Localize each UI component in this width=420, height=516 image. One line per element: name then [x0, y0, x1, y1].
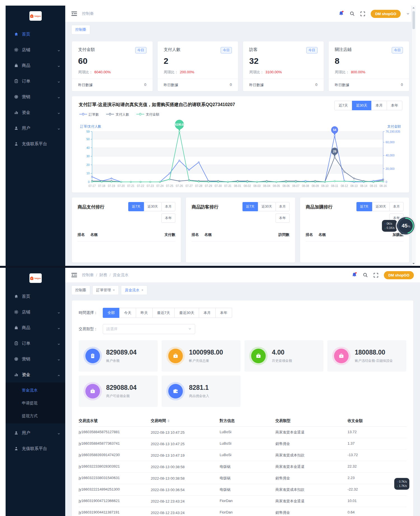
- time-filter-button[interactable]: 本月: [199, 308, 216, 318]
- svg-text:08-13: 08-13: [351, 184, 358, 187]
- sort-icon[interactable]: [167, 419, 170, 422]
- sidebar-item[interactable]: 商品: [6, 59, 65, 72]
- svg-text:07-31: 07-31: [224, 184, 232, 187]
- case-icon: [85, 384, 100, 398]
- search-icon[interactable]: [350, 11, 355, 16]
- column-header[interactable]: 交易時間: [151, 415, 220, 426]
- sidebar-item[interactable]: 用户: [6, 122, 65, 134]
- sidebar-item[interactable]: 充值联系平台: [6, 138, 65, 150]
- summary-card-label: 帐户充值总量: [189, 358, 223, 363]
- network-speed-pill[interactable]: ↑ 0K/s ↓ 0.1K/s: [382, 220, 397, 232]
- legend-item[interactable]: 訂單數: [79, 112, 99, 117]
- footer-value: 0: [401, 83, 403, 88]
- summary-card: 180088.00账户冻结金额-店鋪保證金: [327, 340, 406, 372]
- legend-label: 支付金額: [146, 112, 159, 117]
- notifications-bell-icon[interactable]: [339, 11, 344, 17]
- network-monitor-widget[interactable]: ↑ 0.7K/s ↓ 1.7K/s: [394, 478, 409, 490]
- sidebar-item[interactable]: 店铺: [6, 44, 65, 56]
- time-filter-button[interactable]: 本年: [215, 308, 232, 318]
- sidebar-item[interactable]: 订单: [6, 337, 65, 350]
- time-filter-button[interactable]: 最近7天: [152, 308, 175, 318]
- sidebar-item[interactable]: 用户: [6, 427, 65, 439]
- range-button[interactable]: 本月: [371, 101, 387, 110]
- range-button[interactable]: 近30天: [352, 101, 372, 110]
- time-filter-button[interactable]: 昨天: [136, 308, 153, 318]
- range-button[interactable]: 本月: [161, 202, 175, 211]
- legend-marker-icon: [79, 112, 87, 117]
- sidebar-toggle-icon[interactable]: [71, 273, 77, 277]
- search-icon[interactable]: [363, 273, 368, 278]
- scrollbar-thumb[interactable]: [412, 11, 415, 29]
- column-header-label: 交易類型: [276, 419, 291, 423]
- sidebar-item[interactable]: 资金: [6, 369, 65, 381]
- fullscreen-icon[interactable]: [360, 11, 365, 16]
- stat-card-body: 訪客今日32周環比：3100.00%: [243, 41, 324, 79]
- chevron-down-icon: [57, 342, 60, 347]
- range-button[interactable]: 本月: [389, 202, 403, 211]
- range-button[interactable]: 近30天: [258, 202, 276, 211]
- cpu-gauge[interactable]: 45 %: [395, 215, 416, 236]
- logo-bag-icon: [30, 14, 34, 18]
- sidebar-item[interactable]: 订单: [6, 75, 65, 87]
- range-button[interactable]: 本年: [387, 101, 402, 110]
- sidebar-item[interactable]: 首页: [6, 28, 65, 40]
- time-filter-button[interactable]: 最近30天: [174, 308, 199, 318]
- time-filter-button[interactable]: 今天: [119, 308, 136, 318]
- main-area: 控制臺/財務/資金流水 DM shopGO 控制臺訂單管理×資金流水× 時間選擇…: [65, 266, 420, 516]
- tab-item[interactable]: 控制臺: [71, 285, 90, 295]
- stat-card-title: 支付人數: [164, 47, 181, 52]
- range-button[interactable]: 本月: [276, 202, 290, 211]
- sidebar-item-label: 充值联系平台: [22, 446, 47, 451]
- legend-item[interactable]: 支付人數: [106, 112, 129, 117]
- person-icon: [14, 446, 18, 451]
- tab-item[interactable]: 訂單管理×: [92, 285, 119, 295]
- submenu-item[interactable]: 提现方式: [6, 409, 65, 422]
- chevron-down-icon[interactable]: [406, 12, 410, 15]
- sidebar-item[interactable]: 首页: [6, 290, 65, 302]
- range-button[interactable]: 本年: [276, 214, 290, 223]
- scroll-down-icon[interactable]: [412, 263, 415, 264]
- stat-cards-row: 支付金額今日60周環比：6040.00%昨日數據0支付人數今日2周環比：200.…: [72, 41, 409, 91]
- close-icon[interactable]: ×: [113, 288, 115, 292]
- range-button[interactable]: 近7天: [356, 202, 372, 211]
- account-button[interactable]: DM shopGO: [384, 271, 414, 279]
- cell: 22.32: [347, 461, 407, 472]
- legend-item[interactable]: 支付金額: [136, 112, 159, 117]
- download-arrow-icon: ↓: [384, 226, 386, 229]
- time-filter-button[interactable]: 全部: [103, 308, 120, 318]
- sidebar-item[interactable]: 营销: [6, 91, 65, 103]
- app-logo: haigou: [29, 11, 42, 21]
- cell: -13.72: [347, 450, 407, 461]
- account-button[interactable]: DM shopGO: [371, 10, 401, 18]
- range-button[interactable]: 本年: [161, 214, 175, 223]
- cell: LuBoSi: [220, 427, 276, 438]
- range-button[interactable]: 近30天: [372, 202, 390, 211]
- tab-active[interactable]: 資金流水×: [121, 285, 147, 295]
- sidebar-item[interactable]: 充值联系平台: [6, 442, 65, 455]
- footer-value: 0: [230, 83, 232, 88]
- sidebar-item-label: 充值联系平台: [22, 141, 47, 147]
- svg-text:07-22: 07-22: [137, 184, 144, 187]
- sidebar-toggle-icon[interactable]: [71, 11, 77, 16]
- fullscreen-icon[interactable]: [374, 273, 378, 278]
- clipboard-icon: [14, 79, 18, 83]
- svg-text:59: 59: [86, 130, 90, 133]
- cell: 2022-08-13 10:47:25: [151, 438, 220, 449]
- range-button[interactable]: 近7天: [128, 202, 144, 211]
- sidebar-item[interactable]: 营销: [6, 353, 65, 365]
- network-speed-pill[interactable]: ↑ 0.7K/s ↓ 1.7K/s: [394, 478, 409, 490]
- submenu-item[interactable]: 资金流水: [6, 384, 65, 397]
- submenu-item[interactable]: 申请提现: [6, 397, 65, 409]
- transaction-type-select[interactable]: 請選擇: [103, 324, 195, 334]
- scroll-up-icon[interactable]: [412, 7, 415, 8]
- range-button[interactable]: 近30天: [144, 202, 162, 211]
- sidebar-item[interactable]: 资金: [6, 106, 65, 119]
- sidebar-item[interactable]: 商品: [6, 322, 65, 334]
- range-button[interactable]: 近7天: [242, 202, 258, 211]
- sidebar-item[interactable]: 店铺: [6, 306, 65, 318]
- range-button[interactable]: 近7天: [334, 101, 352, 110]
- performance-monitor-widget[interactable]: ↑ 0K/s ↓ 0.1K/s 45 %: [382, 215, 416, 236]
- close-icon[interactable]: ×: [141, 288, 143, 292]
- tab-active[interactable]: 控制臺: [71, 25, 90, 34]
- notifications-bell-icon[interactable]: [352, 272, 357, 278]
